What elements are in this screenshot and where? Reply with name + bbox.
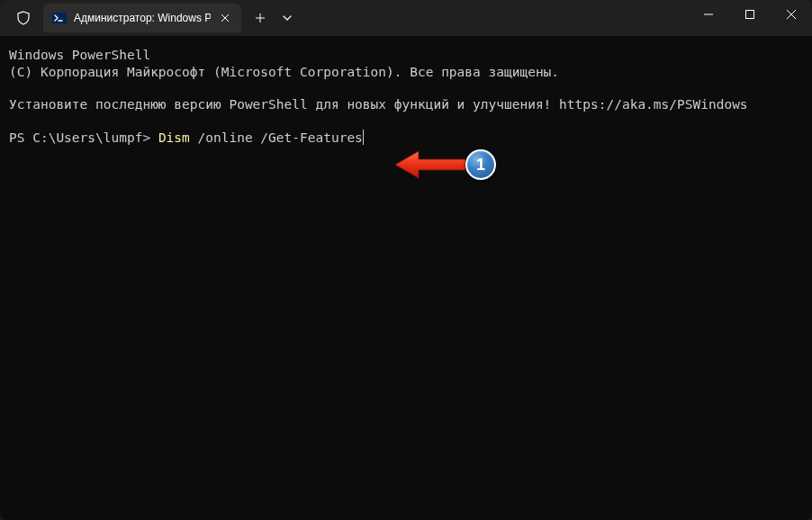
- tab-strip: Администратор: Windows Po: [0, 0, 301, 36]
- svg-rect-7: [746, 11, 754, 19]
- text-cursor: [363, 130, 364, 145]
- terminal-window: Администратор: Windows Po: [0, 0, 812, 520]
- powershell-icon: [52, 11, 67, 25]
- tab-dropdown-button[interactable]: [274, 4, 301, 31]
- prompt-text: PS C:\Users\lumpf>: [9, 130, 158, 145]
- prompt-line: PS C:\Users\lumpf> Dism /online /Get-Fea…: [9, 130, 803, 147]
- output-line: Установите последнюю версию PowerShell д…: [9, 96, 803, 113]
- close-button[interactable]: [771, 0, 812, 29]
- command-name: Dism: [158, 130, 190, 145]
- svg-rect-0: [52, 13, 67, 23]
- minimize-button[interactable]: [688, 0, 729, 29]
- window-controls: [688, 0, 812, 36]
- output-line: Windows PowerShell: [9, 47, 803, 64]
- admin-shield-icon: [7, 4, 40, 32]
- terminal-tab[interactable]: Администратор: Windows Po: [43, 4, 241, 32]
- new-tab-button[interactable]: [247, 4, 274, 31]
- command-args: /online /Get-Features: [190, 130, 363, 145]
- tab-title: Администратор: Windows Po: [74, 12, 211, 24]
- tab-close-button[interactable]: [218, 11, 232, 25]
- terminal-body[interactable]: Windows PowerShell (C) Корпорация Майкро…: [0, 36, 812, 520]
- titlebar: Администратор: Windows Po: [0, 0, 812, 36]
- maximize-button[interactable]: [729, 0, 771, 29]
- output-line: (C) Корпорация Майкрософт (Microsoft Cor…: [9, 64, 803, 81]
